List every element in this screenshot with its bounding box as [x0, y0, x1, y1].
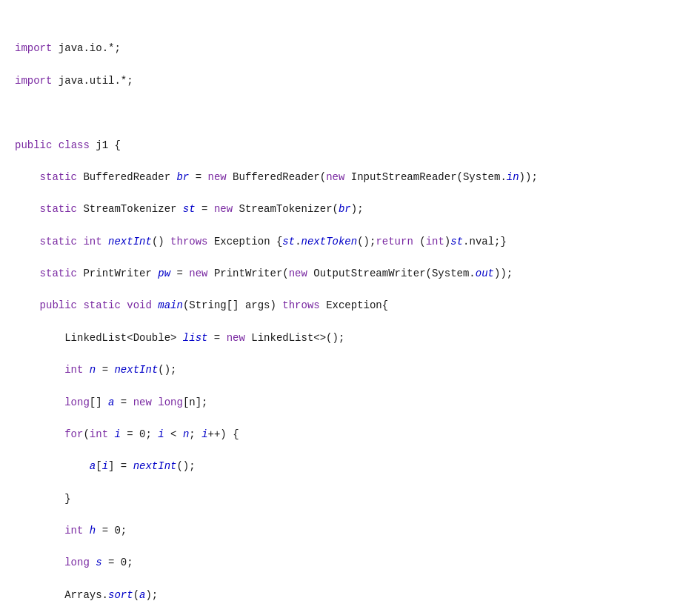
- line-11: int n = nextInt();: [12, 362, 688, 379]
- code-editor: import java.io.*; import java.util.*; pu…: [12, 9, 688, 601]
- line-18: Arrays.sort(a);: [12, 588, 688, 601]
- line-2: import java.util.*;: [12, 73, 688, 90]
- line-5: static BufferedReader br = new BufferedR…: [12, 170, 688, 186]
- line-13: for(int i = 0; i < n; i++) {: [12, 427, 688, 443]
- line-7: static int nextInt() throws Exception {s…: [12, 234, 688, 250]
- line-9: public static void main(String[] args) t…: [12, 298, 688, 314]
- line-16: int h = 0;: [12, 523, 688, 539]
- line-3: [12, 105, 688, 122]
- line-4: public class j1 {: [12, 138, 688, 154]
- line-12: long[] a = new long[n];: [12, 395, 688, 411]
- line-1: import java.io.*;: [12, 41, 688, 57]
- line-14: a[i] = nextInt();: [12, 459, 688, 475]
- line-8: static PrintWriter pw = new PrintWriter(…: [12, 266, 688, 282]
- line-17: long s = 0;: [12, 555, 688, 571]
- line-6: static StreamTokenizer st = new StreamTo…: [12, 202, 688, 218]
- line-10: LinkedList<Double> list = new LinkedList…: [12, 331, 688, 347]
- line-15: }: [12, 491, 688, 508]
